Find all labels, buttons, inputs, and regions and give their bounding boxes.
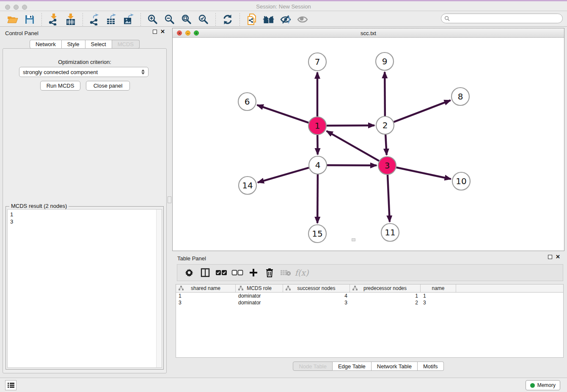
new-network-from-file-icon[interactable] bbox=[245, 13, 258, 26]
gear-icon[interactable] bbox=[182, 266, 196, 279]
function-builder-icon[interactable]: f(x) bbox=[295, 266, 308, 279]
table-cell[interactable]: 2 bbox=[350, 299, 421, 306]
graph-edge-4-14[interactable] bbox=[258, 168, 309, 182]
graph-edge-1-6[interactable] bbox=[257, 105, 309, 123]
control-panel-close-icon[interactable]: ✕ bbox=[160, 30, 165, 34]
delete-table-icon[interactable] bbox=[279, 266, 292, 279]
export-network-icon[interactable] bbox=[88, 13, 101, 26]
result-scrollbar[interactable] bbox=[156, 210, 162, 367]
export-table-icon[interactable] bbox=[105, 13, 118, 26]
table-toolbar: f(x) bbox=[177, 264, 563, 281]
network-graph[interactable]: 7968124314101511 bbox=[173, 38, 564, 251]
graph-edge-2-8[interactable] bbox=[394, 100, 451, 122]
table-cell[interactable]: dominator bbox=[236, 299, 283, 306]
control-panel-float-icon[interactable] bbox=[153, 30, 157, 34]
column-header-name[interactable]: name bbox=[421, 284, 456, 292]
graph-node-label-6: 6 bbox=[245, 97, 250, 107]
tab-style[interactable]: Style bbox=[62, 40, 85, 49]
window-title: Session: New Session bbox=[0, 3, 567, 10]
zoom-in-icon[interactable] bbox=[146, 13, 159, 26]
table-row[interactable]: 1dominator411 bbox=[176, 293, 563, 299]
column-header-successor-nodes[interactable]: successor nodes bbox=[283, 284, 350, 292]
zoom-selected-icon[interactable] bbox=[197, 13, 210, 26]
tab-mcds[interactable]: MCDS bbox=[112, 40, 140, 49]
toolbar-separator bbox=[140, 13, 141, 26]
mcds-result-text[interactable]: 13 bbox=[7, 209, 162, 368]
toolbar-separator bbox=[239, 13, 240, 26]
table-panel-close-icon[interactable]: ✕ bbox=[556, 255, 560, 259]
tab-edge-table[interactable]: Edge Table bbox=[333, 362, 372, 371]
column-header-shared-name[interactable]: shared name bbox=[176, 284, 236, 292]
node-table[interactable]: shared name MCDS role successor nodes pr… bbox=[176, 284, 564, 358]
import-table-icon[interactable] bbox=[64, 13, 77, 26]
table-panel-title: Table Panel bbox=[177, 255, 206, 262]
task-list-icon bbox=[8, 382, 14, 388]
table-cell[interactable]: 3 bbox=[283, 299, 350, 306]
table-row[interactable]: 3dominator323 bbox=[176, 299, 563, 306]
open-session-icon[interactable] bbox=[6, 13, 19, 26]
graph-node-label-7: 7 bbox=[315, 57, 320, 67]
tab-motifs[interactable]: Motifs bbox=[418, 362, 444, 371]
zoom-out-icon[interactable] bbox=[163, 13, 176, 26]
home-icon[interactable] bbox=[262, 13, 275, 26]
status-bar: Memory bbox=[0, 378, 567, 392]
tab-select[interactable]: Select bbox=[85, 40, 112, 49]
hide-graphics-details-icon[interactable] bbox=[279, 13, 292, 26]
column-header-mcds-role[interactable]: MCDS role bbox=[236, 284, 283, 292]
show-graphics-details-icon[interactable] bbox=[296, 13, 309, 26]
graph-edge-3-10[interactable] bbox=[396, 168, 451, 179]
zoom-fit-icon[interactable] bbox=[180, 13, 193, 26]
import-network-icon[interactable] bbox=[47, 13, 60, 26]
panel-divider-handle[interactable] bbox=[168, 196, 171, 203]
graph-edge-2-9[interactable] bbox=[385, 72, 385, 116]
main-toolbar bbox=[0, 12, 567, 27]
table-cell[interactable]: 1 bbox=[176, 293, 236, 299]
refresh-layout-icon[interactable] bbox=[221, 13, 234, 26]
search-input[interactable] bbox=[452, 16, 558, 22]
table-panel-float-icon[interactable] bbox=[548, 255, 552, 259]
table-cell[interactable]: 3 bbox=[176, 299, 236, 306]
table-cell[interactable]: 3 bbox=[421, 299, 456, 306]
optimization-criterion-label: Optimization criterion: bbox=[3, 59, 166, 65]
optimization-criterion-dropdown[interactable]: strongly connected component bbox=[19, 67, 149, 77]
run-mcds-button[interactable]: Run MCDS bbox=[40, 81, 80, 91]
tab-node-table[interactable]: Node Table bbox=[293, 362, 333, 371]
graph-node-label-10: 10 bbox=[456, 176, 466, 186]
network-window-titlebar[interactable]: ✕ − + scc.txt bbox=[173, 28, 564, 38]
graph-node-label-8: 8 bbox=[458, 91, 463, 102]
column-header-predecessor-nodes[interactable]: predecessor nodes bbox=[350, 284, 421, 292]
delete-row-icon[interactable] bbox=[263, 266, 276, 279]
graph-node-label-2: 2 bbox=[383, 120, 388, 130]
deselect-all-checkboxes-icon[interactable] bbox=[231, 266, 244, 279]
mcds-result-box: MCDS result (2 nodes) 13 bbox=[6, 206, 164, 370]
table-panel: Table Panel ✕ f(x) bbox=[172, 252, 564, 377]
memory-button[interactable]: Memory bbox=[526, 380, 560, 390]
save-session-icon[interactable] bbox=[23, 13, 36, 26]
search-icon bbox=[444, 16, 450, 21]
graph-edge-4-3[interactable] bbox=[327, 165, 377, 166]
table-cell[interactable]: 4 bbox=[283, 293, 350, 299]
network-canvas[interactable]: 7968124314101511 bbox=[173, 38, 564, 251]
graph-edge-3-11[interactable] bbox=[388, 175, 390, 222]
close-panel-button[interactable]: Close panel bbox=[86, 81, 130, 91]
graph-edge-1-2[interactable] bbox=[327, 125, 374, 126]
tab-network[interactable]: Network bbox=[30, 40, 62, 49]
graph-edge-3-1[interactable] bbox=[327, 131, 379, 161]
table-body[interactable]: 1dominator4113dominator323 bbox=[176, 293, 563, 306]
table-cell[interactable]: 1 bbox=[421, 293, 456, 299]
split-view-icon[interactable] bbox=[198, 266, 212, 279]
search-field[interactable] bbox=[441, 14, 563, 23]
tab-network-table[interactable]: Network Table bbox=[372, 362, 418, 371]
table-cell[interactable]: dominator bbox=[236, 293, 283, 299]
hierarchy-icon bbox=[352, 286, 358, 290]
graph-node-label-9: 9 bbox=[382, 56, 388, 66]
graph-edge-4-15[interactable] bbox=[317, 174, 318, 223]
task-history-button[interactable] bbox=[5, 380, 17, 390]
select-all-checkboxes-icon[interactable] bbox=[215, 266, 228, 279]
add-row-icon[interactable] bbox=[247, 266, 260, 279]
network-resize-grip[interactable] bbox=[352, 238, 355, 241]
graph-node-label-11: 11 bbox=[385, 227, 395, 237]
table-cell[interactable]: 1 bbox=[350, 293, 421, 299]
export-image-icon[interactable] bbox=[122, 13, 135, 26]
graph-edge-2-3[interactable] bbox=[385, 135, 387, 155]
